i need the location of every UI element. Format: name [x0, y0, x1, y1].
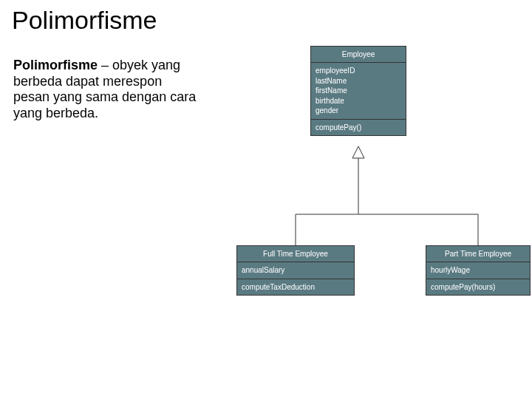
class-operations: computePay() — [311, 120, 406, 136]
inheritance-arrow-icon — [352, 146, 364, 158]
class-employee: Employee employeeID lastName firstName b… — [310, 46, 406, 136]
class-name: Full Time Employee — [237, 246, 354, 262]
op: computeTaxDeduction — [242, 282, 349, 293]
op: computePay() — [316, 123, 401, 133]
attr: lastName — [316, 76, 401, 86]
class-operations: computeTaxDeduction — [237, 279, 354, 296]
class-attributes: employeeID lastName firstName birthdate … — [311, 63, 406, 120]
attr: hourlyWage — [431, 265, 525, 276]
class-name: Part Time Employee — [426, 246, 530, 262]
class-name: Employee — [311, 47, 406, 63]
class-part-time-employee: Part Time Employee hourlyWage computePay… — [426, 245, 531, 296]
class-full-time-employee: Full Time Employee annualSalary computeT… — [236, 245, 355, 296]
op: computePay(hours) — [431, 282, 525, 293]
class-attributes: annualSalary — [237, 262, 354, 279]
class-operations: computePay(hours) — [426, 279, 530, 296]
attr: gender — [316, 106, 401, 116]
attr: birthdate — [316, 96, 401, 106]
class-attributes: hourlyWage — [426, 262, 530, 279]
attr: annualSalary — [242, 265, 349, 276]
uml-diagram: Employee employeeID lastName firstName b… — [0, 0, 532, 399]
inheritance-connectors — [0, 0, 532, 399]
attr: employeeID — [316, 66, 401, 76]
attr: firstName — [316, 86, 401, 96]
